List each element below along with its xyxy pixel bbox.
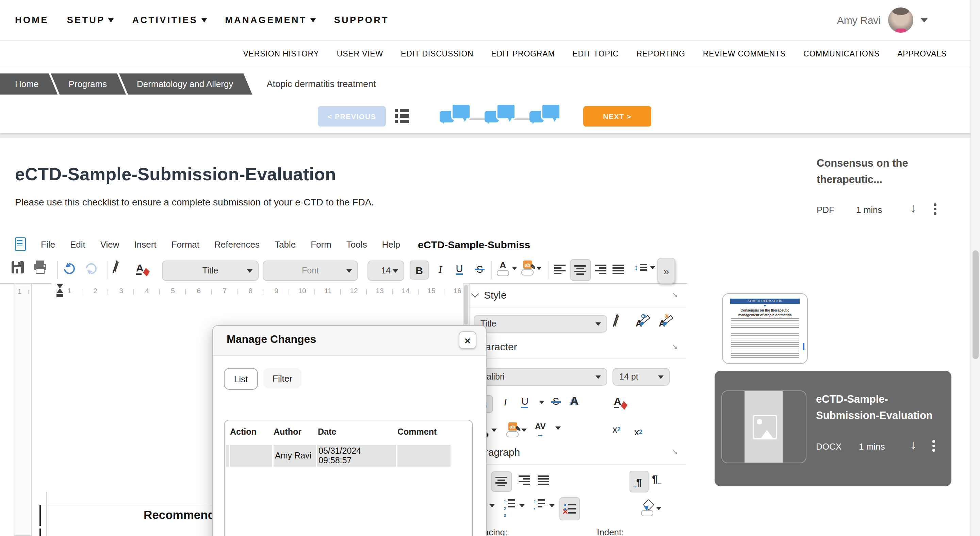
menu-form[interactable]: Form: [311, 239, 331, 249]
tab-filter[interactable]: Filter: [263, 368, 301, 389]
user-menu[interactable]: Amy Ravi: [837, 0, 928, 40]
docx-thumbnail[interactable]: [721, 390, 807, 463]
align-justify-icon[interactable]: [612, 264, 625, 275]
panel-size-select[interactable]: 14 pt: [612, 368, 670, 386]
underline-button[interactable]: U: [450, 260, 468, 278]
print-icon[interactable]: [33, 260, 48, 274]
more-options-icon[interactable]: [934, 203, 936, 215]
chevron-down-icon[interactable]: [921, 18, 928, 22]
menu-edit[interactable]: Edit: [70, 239, 86, 249]
page-scrollbar-thumb[interactable]: [972, 250, 978, 359]
discussion-icon[interactable]: [530, 103, 561, 133]
menu-references[interactable]: References: [215, 239, 259, 249]
pdf-card-title[interactable]: therapeutic...: [817, 173, 882, 186]
subnav-review-comments[interactable]: REVIEW COMMENTS: [703, 49, 786, 57]
subnav-edit-discussion[interactable]: EDIT DISCUSSION: [401, 49, 474, 57]
expand-icon[interactable]: ↘: [670, 342, 679, 351]
discussion-icon[interactable]: [485, 103, 516, 133]
panel-align-justify-icon[interactable]: [538, 475, 550, 486]
rtl-paragraph-icon[interactable]: ¶←: [652, 473, 658, 484]
font-size-select[interactable]: 14: [368, 260, 404, 281]
expand-icon[interactable]: ↘: [670, 290, 679, 299]
cell-comment[interactable]: [398, 445, 450, 466]
previous-button[interactable]: < PREVIOUS: [318, 106, 386, 127]
next-button[interactable]: NEXT >: [583, 106, 651, 127]
panel-font-color-big-icon[interactable]: A: [570, 395, 579, 408]
menu-tools[interactable]: Tools: [347, 239, 367, 249]
multilevel-list-icon[interactable]: 1•: [533, 499, 554, 512]
style-painter-icon[interactable]: [614, 315, 617, 327]
cell-action[interactable]: [230, 445, 272, 466]
subscript-icon[interactable]: x2: [634, 427, 643, 438]
subnav-approvals[interactable]: APPROVALS: [897, 49, 947, 57]
menu-insert[interactable]: Insert: [134, 239, 156, 249]
avatar[interactable]: [888, 8, 913, 33]
subnav-user-view[interactable]: USER VIEW: [337, 49, 383, 57]
tab-list[interactable]: List: [224, 368, 258, 390]
panel-align-right-icon[interactable]: [519, 475, 531, 486]
close-icon[interactable]: ×: [459, 331, 476, 349]
breadcrumb-programs[interactable]: Programs: [51, 73, 126, 95]
italic-button[interactable]: I: [431, 260, 449, 278]
superscript-icon[interactable]: x2: [612, 424, 620, 435]
bullet-list-off-icon[interactable]: ✕: [559, 497, 580, 520]
more-options-icon[interactable]: [932, 440, 935, 451]
panel-align-center-icon[interactable]: [492, 471, 512, 492]
page-scrollbar[interactable]: [970, 0, 980, 536]
highlight-color-icon[interactable]: ab: [521, 260, 542, 276]
clear-formatting-icon[interactable]: A: [136, 262, 148, 276]
text-color-icon[interactable]: A: [497, 260, 517, 276]
panel-highlight-icon[interactable]: ab: [506, 422, 527, 438]
bold-button[interactable]: B: [410, 260, 429, 279]
breadcrumb-dermatology-and-allergy[interactable]: Dermatology and Allergy: [119, 73, 252, 95]
dialog-header[interactable]: Manage Changes ×: [213, 326, 486, 356]
panel-style-select[interactable]: Title: [474, 315, 607, 333]
update-style-icon[interactable]: ⟳A: [636, 315, 651, 328]
nav-management[interactable]: MANAGEMENT: [225, 15, 316, 25]
cell-author[interactable]: Amy Ravi: [274, 445, 316, 466]
new-style-icon[interactable]: ✳A: [659, 315, 674, 328]
nav-setup[interactable]: SETUP: [67, 15, 114, 25]
subnav-edit-topic[interactable]: EDIT TOPIC: [572, 49, 619, 57]
panel-strikethrough-button[interactable]: S: [553, 396, 559, 406]
font-select[interactable]: Font: [263, 260, 358, 281]
line-spacing-icon[interactable]: ↕: [634, 263, 655, 271]
strikethrough-button[interactable]: S: [471, 260, 488, 278]
style-select[interactable]: Title: [162, 260, 259, 281]
docx-card-title[interactable]: Submission-Evaluation: [816, 409, 933, 422]
subnav-version-history[interactable]: VERSION HISTORY: [243, 49, 319, 57]
kerning-icon[interactable]: AV↔: [535, 422, 546, 438]
pdf-card-title[interactable]: Consensus on the: [817, 157, 908, 170]
align-center-icon[interactable]: [570, 259, 591, 281]
panel-italic-button[interactable]: I: [504, 396, 507, 408]
ltr-paragraph-icon[interactable]: ¶→: [630, 471, 649, 492]
cell-date[interactable]: 05/31/2024 09:58:57: [317, 445, 396, 466]
docx-card-title[interactable]: eCTD-Sample-: [816, 393, 888, 405]
toolbar-overflow-button[interactable]: »: [657, 258, 675, 284]
discussion-icon[interactable]: [440, 103, 471, 133]
nav-activities[interactable]: ACTIVITIES: [132, 15, 207, 25]
panel-clear-formatting-icon[interactable]: A: [614, 395, 626, 409]
indent-marker[interactable]: [56, 284, 63, 297]
subnav-communications[interactable]: COMMUNICATIONS: [803, 49, 880, 57]
breadcrumb-home[interactable]: Home: [0, 73, 57, 95]
numbered-list-icon[interactable]: 123: [504, 499, 524, 519]
undo-icon[interactable]: [64, 263, 75, 274]
panel-font-select[interactable]: Calibri: [474, 368, 607, 386]
shading-bucket-icon[interactable]: [641, 500, 662, 516]
menu-format[interactable]: Format: [172, 239, 199, 249]
align-left-icon[interactable]: [554, 264, 566, 275]
menu-file[interactable]: File: [41, 239, 55, 249]
redo-icon[interactable]: [86, 263, 97, 274]
format-painter-icon[interactable]: [115, 261, 117, 273]
menu-table[interactable]: Table: [275, 239, 296, 249]
save-icon[interactable]: [11, 260, 24, 274]
style-section-header[interactable]: Style: [472, 289, 507, 301]
menu-help[interactable]: Help: [382, 239, 401, 249]
panel-underline-button[interactable]: U: [521, 396, 528, 408]
pdf-thumbnail[interactable]: ATOPIC DERMATITIS Consensus on the thera…: [722, 293, 808, 364]
menu-view[interactable]: View: [100, 239, 119, 249]
download-icon[interactable]: ↓: [910, 438, 916, 452]
subnav-edit-program[interactable]: EDIT PROGRAM: [492, 49, 555, 57]
align-right-icon[interactable]: [595, 264, 607, 275]
